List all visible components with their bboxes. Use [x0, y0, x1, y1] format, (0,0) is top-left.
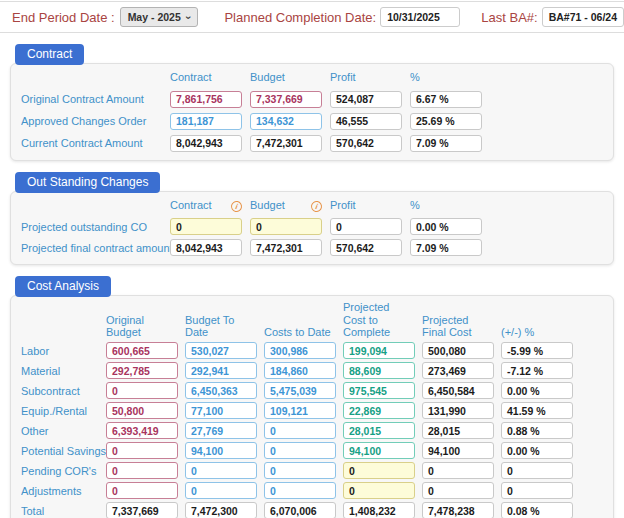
value-input[interactable]: 7,337,669: [250, 91, 322, 108]
value-input[interactable]: 0: [343, 482, 415, 499]
value-input[interactable]: 50,800: [106, 402, 178, 419]
section-contract: ContractContractBudgetProfit%Original Co…: [10, 44, 614, 161]
value-input[interactable]: 0: [343, 462, 415, 479]
tab-outstanding[interactable]: Out Standing Changes: [15, 172, 160, 193]
value-input[interactable]: 199,094: [343, 342, 415, 359]
column-header-label: Contract: [170, 71, 212, 84]
value-input[interactable]: 0: [106, 482, 178, 499]
info-icon[interactable]: i: [230, 200, 243, 213]
value-input[interactable]: 0: [185, 482, 257, 499]
value-input[interactable]: 0: [106, 442, 178, 459]
value-input[interactable]: 6,393,419: [106, 422, 178, 439]
column-header: Original Budget: [106, 314, 178, 341]
readonly-value-field: 6,070,006: [264, 502, 336, 518]
readonly-value-field: 7,472,301: [250, 135, 322, 152]
last-ba-input[interactable]: BA#71 - 06/24: [542, 7, 624, 27]
row-label: Approved Changes Order: [21, 115, 170, 127]
value-input[interactable]: 0: [264, 442, 336, 459]
row-label: Projected final contract amount: [21, 242, 170, 254]
cost-header-row: Original BudgetBudget To DateCosts to Da…: [21, 301, 605, 341]
value-input[interactable]: 0: [264, 422, 336, 439]
info-icon[interactable]: i: [310, 200, 323, 213]
row-label: Potential Savings: [21, 445, 106, 457]
value-input[interactable]: 0: [250, 218, 322, 235]
column-header-label: Projected Final Cost: [422, 314, 494, 339]
value-input[interactable]: 7,861,756: [170, 91, 242, 108]
readonly-value-field: 0.88 %: [501, 422, 573, 439]
value-input[interactable]: 0: [185, 462, 257, 479]
value-input[interactable]: 5,475,039: [264, 382, 336, 399]
readonly-value-field: 0.00 %: [501, 442, 573, 459]
value-input[interactable]: 0: [106, 462, 178, 479]
column-header-label: Budget To Date: [185, 314, 257, 339]
value-input[interactable]: 292,785: [106, 362, 178, 379]
column-header-label: (+/-) %: [501, 326, 534, 339]
value-input[interactable]: 0: [106, 382, 178, 399]
value-input[interactable]: 27,769: [185, 422, 257, 439]
readonly-value-field: 0: [330, 218, 402, 235]
value-input[interactable]: 88,609: [343, 362, 415, 379]
column-header: %: [410, 199, 482, 214]
value-input[interactable]: 184,860: [264, 362, 336, 379]
readonly-value-field: 7,472,301: [250, 239, 322, 256]
value-input[interactable]: 300,986: [264, 342, 336, 359]
readonly-value-field: 94,100: [422, 442, 494, 459]
tab-contract[interactable]: Contract: [15, 44, 84, 65]
value-input[interactable]: 94,100: [343, 442, 415, 459]
value-input[interactable]: 292,941: [185, 362, 257, 379]
value-input[interactable]: 530,027: [185, 342, 257, 359]
value-input[interactable]: 109,121: [264, 402, 336, 419]
row-label: Adjustments: [21, 485, 106, 497]
value-input[interactable]: 0: [264, 482, 336, 499]
row-label: Original Contract Amount: [21, 93, 170, 105]
end-period-date-select[interactable]: May - 2025 ›: [120, 7, 199, 27]
column-header: Contracti: [170, 199, 242, 214]
table-row: Labor600,665530,027300,986199,094500,080…: [21, 341, 605, 361]
value-input[interactable]: 0: [170, 218, 242, 235]
column-header: %: [410, 71, 482, 86]
readonly-value-field: 7,337,669: [106, 502, 178, 518]
readonly-value-field: 7.09 %: [410, 135, 482, 152]
panel-contract: ContractBudgetProfit%Original Contract A…: [10, 63, 614, 161]
last-ba-label: Last BA#:: [481, 10, 537, 25]
readonly-value-field: 273,469: [422, 362, 494, 379]
contract-header-row: ContractBudgetProfit%: [21, 69, 605, 88]
table-row: Other6,393,41927,769028,01528,0150.88 %: [21, 421, 605, 441]
readonly-value-field: 0.08 %: [501, 502, 573, 518]
column-header: Profit: [330, 71, 402, 86]
value-input[interactable]: 94,100: [185, 442, 257, 459]
value-input[interactable]: 77,100: [185, 402, 257, 419]
section-outstanding: Out Standing ChangesContractiBudgetiProf…: [10, 172, 614, 265]
column-header-label: %: [410, 71, 420, 84]
readonly-value-field: 6.67 %: [410, 91, 482, 108]
column-header: Budget: [250, 71, 322, 86]
section-cost: Cost AnalysisOriginal BudgetBudget To Da…: [10, 276, 614, 518]
chevron-down-icon: ›: [183, 15, 194, 19]
table-row: Approved Changes Order181,187134,63246,5…: [21, 110, 605, 132]
end-period-date-label: End Period Date :: [12, 10, 115, 25]
value-input[interactable]: 6,450,363: [185, 382, 257, 399]
table-row: Adjustments000000: [21, 481, 605, 501]
planned-completion-date-label: Planned Completion Date:: [224, 10, 376, 25]
tab-cost[interactable]: Cost Analysis: [15, 276, 111, 297]
column-header-label: Budget: [250, 199, 285, 212]
readonly-value-field: 0: [422, 482, 494, 499]
value-input[interactable]: 0: [264, 462, 336, 479]
readonly-value-field: 0: [422, 462, 494, 479]
readonly-value-field: 41.59 %: [501, 402, 573, 419]
table-row: Equip./Rental50,80077,100109,12122,86913…: [21, 401, 605, 421]
readonly-value-field: 570,642: [330, 135, 402, 152]
top-bar: End Period Date : May - 2025 › Planned C…: [0, 1, 624, 33]
column-header: Projected Final Cost: [422, 314, 494, 341]
value-input[interactable]: 28,015: [343, 422, 415, 439]
readonly-value-field: 7.09 %: [410, 239, 482, 256]
column-header: Projected Cost to Complete: [343, 301, 415, 341]
readonly-value-field: 7,478,238: [422, 502, 494, 518]
value-input[interactable]: 975,545: [343, 382, 415, 399]
value-input[interactable]: 134,632: [250, 113, 322, 130]
planned-completion-date-input[interactable]: 10/31/2025: [380, 7, 460, 27]
value-input[interactable]: 181,187: [170, 113, 242, 130]
row-label: Total: [21, 505, 106, 517]
value-input[interactable]: 22,869: [343, 402, 415, 419]
value-input[interactable]: 600,665: [106, 342, 178, 359]
